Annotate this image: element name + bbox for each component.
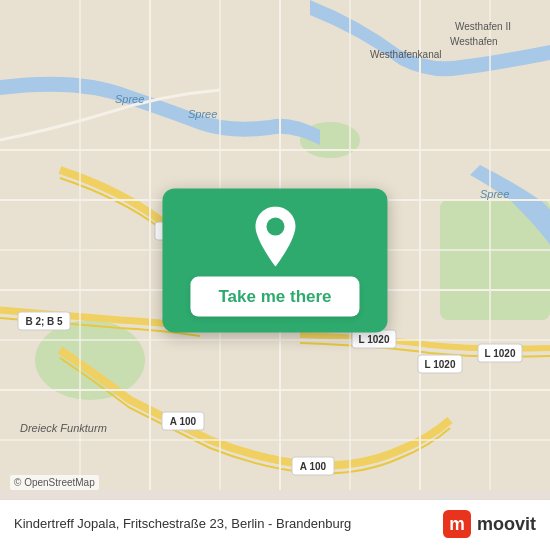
location-pin-icon — [251, 207, 299, 267]
svg-text:Spree: Spree — [188, 108, 217, 120]
moovit-text: moovit — [477, 514, 536, 535]
svg-text:Westhafen: Westhafen — [450, 36, 498, 47]
take-me-there-button[interactable]: Take me there — [190, 277, 359, 317]
svg-text:Spree: Spree — [115, 93, 144, 105]
info-bar: Kindertreff Jopala, Fritschestraße 23, B… — [0, 499, 550, 550]
svg-text:Dreieck Funkturm: Dreieck Funkturm — [20, 422, 107, 434]
svg-text:B 2; B 5: B 2; B 5 — [25, 316, 63, 327]
location-info: Kindertreff Jopala, Fritschestraße 23, B… — [14, 515, 351, 533]
moovit-icon: m — [443, 510, 471, 538]
svg-text:m: m — [449, 514, 465, 534]
cta-overlay: Take me there — [162, 189, 387, 333]
svg-text:A 100: A 100 — [300, 461, 327, 472]
svg-text:L 1020: L 1020 — [359, 334, 390, 345]
green-panel: Take me there — [162, 189, 387, 333]
map-container: A 100 A 100 A 100 B 2; B 5 L 1020 L 1020… — [0, 0, 550, 550]
svg-text:Spree: Spree — [480, 188, 509, 200]
svg-text:A 100: A 100 — [170, 416, 197, 427]
svg-text:Westhafen II: Westhafen II — [455, 21, 511, 32]
svg-text:L 1020: L 1020 — [425, 359, 456, 370]
moovit-logo: m moovit — [443, 510, 536, 538]
svg-text:L 1020: L 1020 — [485, 348, 516, 359]
svg-point-1 — [35, 320, 145, 400]
copyright-notice: © OpenStreetMap — [10, 475, 99, 490]
svg-point-39 — [266, 218, 284, 236]
svg-text:Westhafenkanal: Westhafenkanal — [370, 49, 442, 60]
